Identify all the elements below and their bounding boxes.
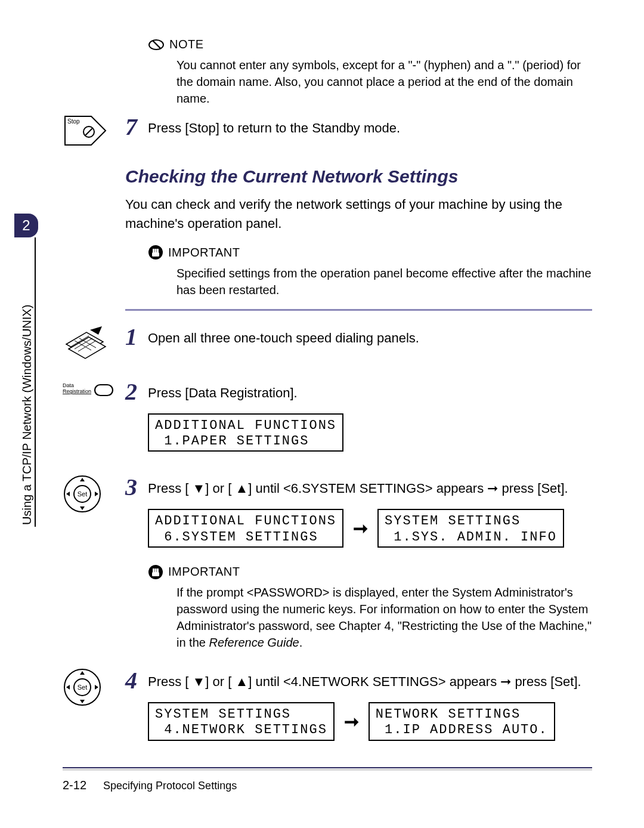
step4-text: Press [ ▼] or [ ▲] until <4.NETWORK SETT… xyxy=(148,668,592,691)
svg-text:Set: Set xyxy=(78,684,88,691)
chapter-title: Using a TCP/IP Network (Windows/UNIX) xyxy=(20,305,34,525)
lcd-display: SYSTEM SETTINGS 1.SYS. ADMIN. INFO xyxy=(377,509,564,548)
stop-button-icon: Stop xyxy=(63,114,108,149)
data-registration-icon: Data Registration xyxy=(63,381,116,399)
important1-body: Specified settings from the operation pa… xyxy=(177,265,592,298)
dial-panels-icon xyxy=(63,324,108,363)
note-label: NOTE xyxy=(169,36,204,53)
important2-label: IMPORTANT xyxy=(168,563,240,580)
lcd-display: NETWORK SETTINGS 1.IP ADDRESS AUTO. xyxy=(369,702,555,741)
set-button-icon: Set xyxy=(63,668,102,707)
arrow-icon: ➞ xyxy=(353,515,368,542)
chapter-tab: 2 xyxy=(14,214,38,237)
svg-rect-5 xyxy=(152,252,159,257)
svg-rect-8 xyxy=(155,249,157,253)
svg-text:Data: Data xyxy=(63,382,74,388)
svg-rect-6 xyxy=(153,249,154,253)
step1-text: Open all three one-touch speed dialing p… xyxy=(148,324,592,348)
step-number-3: 3 xyxy=(125,474,148,499)
step-number-1: 1 xyxy=(125,324,148,349)
lcd-display: SYSTEM SETTINGS 4.NETWORK SETTINGS xyxy=(148,702,335,741)
arrow-icon: ➞ xyxy=(344,709,359,735)
svg-rect-27 xyxy=(152,572,159,576)
chapter-number: 2 xyxy=(22,217,30,234)
svg-rect-29 xyxy=(157,569,159,573)
svg-text:Registration: Registration xyxy=(63,388,91,394)
page-number: 2-12 xyxy=(63,778,86,792)
svg-rect-7 xyxy=(157,249,159,253)
svg-rect-28 xyxy=(153,569,154,573)
svg-text:Set: Set xyxy=(78,490,88,498)
step-number-2: 2 xyxy=(125,379,148,404)
set-button-icon: Set xyxy=(63,474,102,514)
important-icon xyxy=(148,245,163,260)
lcd-display: ADDITIONAL FUNCTIONS 1.PAPER SETTINGS xyxy=(148,413,343,452)
svg-rect-18 xyxy=(95,385,113,396)
important1-label: IMPORTANT xyxy=(168,244,240,261)
step-number-4: 4 xyxy=(125,668,148,693)
important2-body: If the prompt <PASSWORD> is displayed, e… xyxy=(177,584,592,651)
step-number-7: 7 xyxy=(125,114,148,139)
section-intro: You can check and verify the network set… xyxy=(125,195,592,233)
section-heading: Checking the Current Network Settings xyxy=(125,166,592,187)
step3-text: Press [ ▼] or [ ▲] until <6.SYSTEM SETTI… xyxy=(148,474,592,498)
svg-line-1 xyxy=(153,41,161,49)
stop-label: Stop xyxy=(67,118,80,125)
svg-rect-30 xyxy=(155,569,157,573)
note-icon xyxy=(148,38,165,51)
footer-title: Specifying Protocol Settings xyxy=(103,780,237,792)
sidebar-divider xyxy=(35,237,36,527)
divider xyxy=(125,309,592,311)
step7-text: Press [Stop] to return to the Standby mo… xyxy=(148,114,592,138)
important-icon xyxy=(148,564,163,580)
note-body: You cannot enter any symbols, except for… xyxy=(177,57,592,107)
step2-text: Press [Data Registration]. xyxy=(148,379,592,403)
page-footer: 2-12 Specifying Protocol Settings xyxy=(63,767,592,792)
lcd-display: ADDITIONAL FUNCTIONS 6.SYSTEM SETTINGS xyxy=(148,509,343,548)
